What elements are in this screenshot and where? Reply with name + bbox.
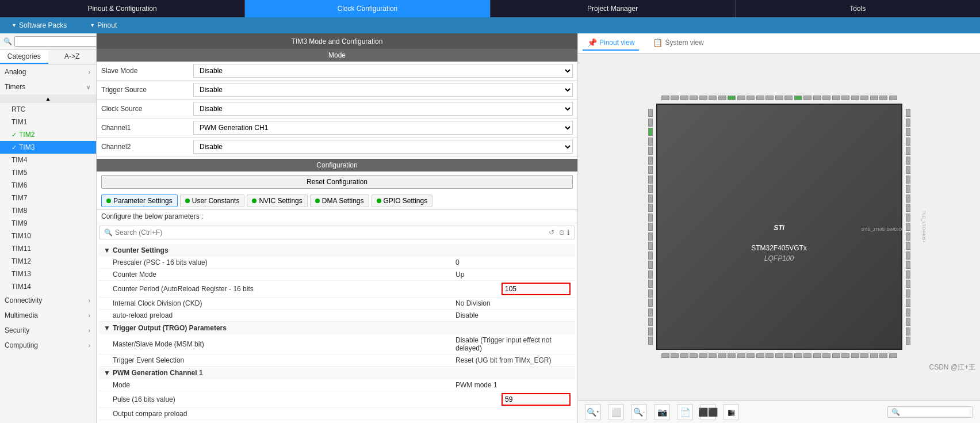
pin-top-1 — [661, 96, 669, 100]
pin-bot-11 — [756, 353, 764, 358]
nav-pinout[interactable]: Pinout & Configuration — [0, 0, 245, 17]
tab-az[interactable]: A->Z — [48, 50, 97, 64]
params-search-input[interactable] — [115, 228, 546, 237]
collapse-icon-2: ▼ — [104, 324, 110, 332]
mode-row-channel1: Channel1 PWM Generation CH1 — [97, 119, 577, 138]
pin-top-13 — [775, 96, 783, 100]
top-nav: Pinout & Configuration Clock Configurati… — [0, 0, 980, 17]
search-input[interactable] — [14, 36, 97, 47]
dot-icon-5 — [377, 199, 381, 203]
sidebar-item-tim6[interactable]: TIM6 — [0, 179, 96, 192]
pin-top-9 — [737, 96, 745, 100]
sidebar-item-tim10[interactable]: TIM10 — [0, 230, 96, 242]
sidebar-item-tim5[interactable]: TIM5 — [0, 166, 96, 179]
pin-right-18 — [906, 270, 910, 279]
channel1-select[interactable]: PWM Generation CH1 — [193, 121, 573, 135]
slave-mode-select[interactable]: Disable — [193, 64, 573, 78]
configure-hint: Configure the below parameters : — [97, 210, 577, 223]
pin-left-11 — [648, 204, 653, 212]
pin-top-2 — [671, 96, 679, 100]
pin-left-19 — [648, 280, 653, 288]
param-group-trgo[interactable]: ▼ Trigger Output (TRGO) Parameters — [99, 322, 575, 334]
counter-period-input[interactable] — [502, 283, 571, 295]
reset-search-button[interactable]: ↺ — [549, 228, 554, 237]
sidebar-item-security[interactable]: Security › — [0, 323, 96, 338]
tab-parameter-settings[interactable]: Parameter Settings — [101, 195, 178, 207]
vertical-label: TLE_LTO4405+ — [921, 211, 927, 243]
center-title: TIM3 Mode and Configuration — [97, 33, 577, 49]
nav-project[interactable]: Project Manager — [491, 0, 736, 17]
tab-gpio-settings[interactable]: GPIO Settings — [372, 195, 433, 207]
sidebar-item-analog[interactable]: Analog › — [0, 64, 96, 79]
tab-system-view[interactable]: 📋 System view — [648, 36, 708, 51]
pin-top-23 — [870, 96, 878, 100]
pin-top-25 — [889, 96, 897, 100]
toolbar-search-input[interactable] — [900, 409, 969, 416]
pin-bot-1 — [661, 353, 669, 358]
tab-user-constants[interactable]: User Constants — [180, 195, 245, 207]
pin-left-8 — [648, 176, 653, 184]
sidebar-tabs: Categories A->Z — [0, 50, 96, 64]
pin-left-6 — [648, 157, 653, 165]
split-view-button[interactable]: ⬛⬛ — [700, 404, 716, 420]
trigger-source-select[interactable]: Disable — [193, 83, 573, 97]
info-button[interactable]: ℹ — [567, 228, 570, 237]
sidebar-item-multimedia[interactable]: Multimedia › — [0, 308, 96, 323]
nav-software-packs[interactable]: Software Packs — [12, 21, 67, 29]
sidebar-item-tim12[interactable]: TIM12 — [0, 255, 96, 268]
sidebar-item-tim9[interactable]: TIM9 — [0, 217, 96, 230]
reset-configuration-button[interactable]: Reset Configuration — [101, 175, 573, 189]
dot-icon-2 — [185, 199, 190, 203]
sidebar-item-tim14[interactable]: TIM14 — [0, 280, 96, 293]
sidebar: 🔍 ⚙ Categories A->Z Analog › Timers ∨ ▲ … — [0, 33, 97, 423]
pin-top-5 — [699, 96, 707, 100]
zoom-out-button[interactable]: 🔍- — [631, 404, 647, 420]
pulse-input[interactable] — [502, 393, 571, 406]
params-search-row: 🔍 ↺ ⊙ ℹ — [99, 226, 575, 239]
channel2-select[interactable]: Disable — [193, 140, 573, 154]
pin-right-6 — [906, 157, 910, 165]
pin-right-17 — [906, 261, 910, 269]
search-options-button[interactable]: ⊙ — [559, 228, 565, 237]
scroll-up-button[interactable]: ▲ — [0, 94, 96, 103]
tab-pinout-view[interactable]: 📌 Pinout view — [583, 36, 639, 51]
clock-source-select[interactable]: Disable — [193, 102, 573, 116]
sidebar-item-tim4[interactable]: TIM4 — [0, 154, 96, 166]
chevron-down-icon: ∨ — [86, 84, 90, 90]
pinout-view-icon: 📌 — [587, 38, 597, 47]
tab-dma-settings[interactable]: DMA Settings — [310, 195, 369, 207]
nav-pinout-menu[interactable]: Pinout — [90, 21, 117, 29]
pin-right-8 — [906, 176, 910, 184]
param-group-counter[interactable]: ▼ Counter Settings — [99, 244, 575, 257]
sidebar-item-tim7[interactable]: TIM7 — [0, 192, 96, 204]
screenshot-button[interactable]: 📷 — [654, 404, 670, 420]
sidebar-item-computing[interactable]: Computing › — [0, 338, 96, 353]
sidebar-item-tim11[interactable]: TIM11 — [0, 242, 96, 255]
param-group-pwm[interactable]: ▼ PWM Generation Channel 1 — [99, 367, 575, 379]
zoom-in-button[interactable]: 🔍+ — [585, 404, 601, 420]
tab-nvic-settings[interactable]: NVIC Settings — [247, 195, 307, 207]
sidebar-item-tim3[interactable]: ✓ TIM3 — [0, 141, 96, 154]
sidebar-item-connectivity[interactable]: Connectivity › — [0, 293, 96, 308]
pin-bot-17 — [813, 353, 821, 358]
sidebar-item-tim8[interactable]: TIM8 — [0, 204, 96, 217]
pin-top-22 — [860, 96, 868, 100]
pin-left-17 — [648, 261, 653, 269]
pin-bot-22 — [860, 353, 868, 358]
param-row-prescaler: Prescaler (PSC - 16 bits value) 0 — [99, 257, 575, 269]
sidebar-item-tim1[interactable]: TIM1 — [0, 116, 96, 128]
tab-categories[interactable]: Categories — [0, 50, 48, 64]
sidebar-item-timers[interactable]: Timers ∨ — [0, 79, 96, 94]
sidebar-item-rtc[interactable]: RTC — [0, 103, 96, 116]
copy-button[interactable]: 📄 — [677, 404, 693, 420]
fit-screen-button[interactable]: ⬜ — [608, 404, 624, 420]
sidebar-item-tim13[interactable]: TIM13 — [0, 268, 96, 280]
grid-button[interactable]: ▦ — [723, 404, 739, 420]
nav-clock[interactable]: Clock Configuration — [245, 0, 490, 17]
nav-tools[interactable]: Tools — [736, 0, 980, 17]
sidebar-item-tim2[interactable]: ✓ TIM2 — [0, 128, 96, 141]
pin-left-12 — [648, 214, 653, 222]
search-params-icon: 🔍 — [104, 228, 113, 237]
param-row-clock-division: Internal Clock Division (CKD) No Divisio… — [99, 298, 575, 310]
pin-bot-6 — [709, 353, 717, 358]
